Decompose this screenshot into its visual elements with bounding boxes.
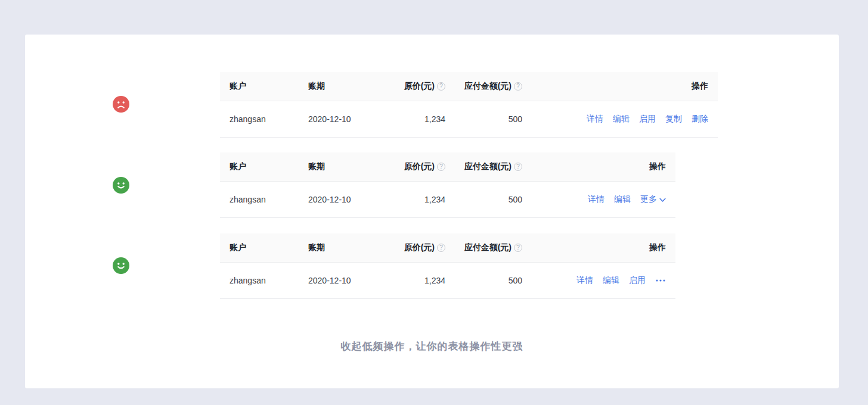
cell-payable: 500 <box>445 276 522 285</box>
column-header-original-price: 原价(元)? <box>387 81 445 92</box>
table-good-example-more: 账户 账期 原价(元)? 应付金额(元)? 操作 zhangsan 2020-1… <box>220 152 675 218</box>
help-icon[interactable]: ? <box>437 163 445 171</box>
column-header-account: 账户 <box>220 161 299 172</box>
help-icon[interactable]: ? <box>437 82 445 91</box>
cell-operations: 详情 编辑 更多 <box>522 194 675 205</box>
column-header-operations: 操作 <box>522 242 675 253</box>
caption-text: 收起低频操作，让你的表格操作性更强 <box>25 339 839 353</box>
cell-payable: 500 <box>445 195 522 204</box>
cell-account: zhangsan <box>220 276 299 285</box>
column-header-period: 账期 <box>299 81 387 92</box>
cell-operations: 详情 编辑 启用 复制 删除 <box>522 114 718 124</box>
action-edit[interactable]: 编辑 <box>603 275 619 286</box>
ellipsis-icon <box>655 279 666 282</box>
column-header-operations: 操作 <box>522 81 718 92</box>
table-header: 账户 账期 原价(元)? 应付金额(元)? 操作 <box>220 152 675 182</box>
cell-period: 2020-12-10 <box>299 114 387 124</box>
action-edit[interactable]: 编辑 <box>614 194 631 205</box>
column-header-operations: 操作 <box>522 161 675 172</box>
action-details[interactable]: 详情 <box>588 194 604 205</box>
content-card: 账户 账期 原价(元)? 应付金额(元)? 操作 zhangsan 2020-1… <box>25 35 839 388</box>
action-enable[interactable]: 启用 <box>639 114 656 124</box>
action-enable[interactable]: 启用 <box>629 275 646 286</box>
column-header-payable: 应付金额(元)? <box>445 242 522 253</box>
cell-account: zhangsan <box>220 195 299 204</box>
cell-account: zhangsan <box>220 114 299 124</box>
help-icon[interactable]: ? <box>514 82 522 91</box>
cell-period: 2020-12-10 <box>299 195 387 204</box>
help-icon[interactable]: ? <box>514 244 522 252</box>
good-face-icon <box>113 257 129 274</box>
cell-original-price: 1,234 <box>387 114 445 124</box>
cell-operations: 详情 编辑 启用 <box>522 275 675 286</box>
column-header-original-price: 原价(元)? <box>387 242 445 253</box>
page-background: 账户 账期 原价(元)? 应付金额(元)? 操作 zhangsan 2020-1… <box>0 0 868 405</box>
good-face-icon <box>113 177 129 194</box>
table-row: zhangsan 2020-12-10 1,234 500 详情 编辑 更多 <box>220 182 675 218</box>
action-details[interactable]: 详情 <box>587 114 603 124</box>
column-header-payable: 应付金额(元)? <box>445 81 522 92</box>
cell-original-price: 1,234 <box>387 276 445 285</box>
table-bad-example: 账户 账期 原价(元)? 应付金额(元)? 操作 zhangsan 2020-1… <box>220 72 718 138</box>
bad-face-icon <box>113 96 129 113</box>
column-header-account: 账户 <box>220 81 299 92</box>
column-header-period: 账期 <box>299 161 387 172</box>
help-icon[interactable]: ? <box>514 163 522 171</box>
cell-period: 2020-12-10 <box>299 276 387 285</box>
action-details[interactable]: 详情 <box>576 275 593 286</box>
column-header-payable: 应付金额(元)? <box>445 161 522 172</box>
action-edit[interactable]: 编辑 <box>613 114 630 124</box>
action-more[interactable]: 更多 <box>640 194 666 205</box>
column-header-account: 账户 <box>220 242 299 253</box>
cell-original-price: 1,234 <box>387 195 445 204</box>
cell-payable: 500 <box>445 114 522 124</box>
action-delete[interactable]: 删除 <box>692 114 708 124</box>
table-row: zhangsan 2020-12-10 1,234 500 详情 编辑 启用 <box>220 263 675 299</box>
action-copy[interactable]: 复制 <box>665 114 682 124</box>
table-good-example-ellipsis: 账户 账期 原价(元)? 应付金额(元)? 操作 zhangsan 2020-1… <box>220 233 675 299</box>
table-header: 账户 账期 原价(元)? 应付金额(元)? 操作 <box>220 72 718 101</box>
chevron-down-icon <box>659 198 666 202</box>
help-icon[interactable]: ? <box>437 244 445 252</box>
table-row: zhangsan 2020-12-10 1,234 500 详情 编辑 启用 复… <box>220 101 718 138</box>
column-header-original-price: 原价(元)? <box>387 161 445 172</box>
table-header: 账户 账期 原价(元)? 应付金额(元)? 操作 <box>220 233 675 263</box>
column-header-period: 账期 <box>299 242 387 253</box>
action-ellipsis[interactable] <box>655 279 666 282</box>
